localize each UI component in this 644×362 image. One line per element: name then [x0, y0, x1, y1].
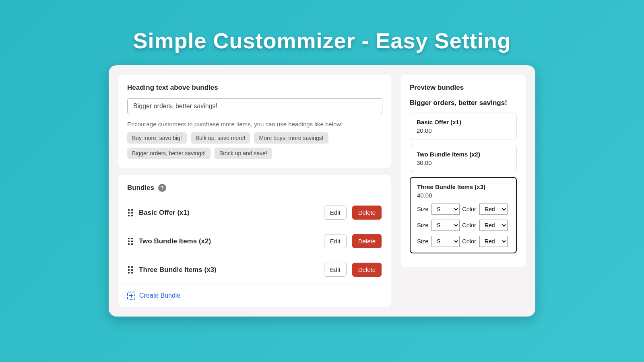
bundle-row: Three Bundle Items (x3) Edit Delete	[127, 255, 382, 284]
color-label: Color	[462, 206, 476, 212]
suggestion-chips: Buy more, save big! Bulk up, save more! …	[127, 132, 382, 159]
heading-card: Heading text above bundles Encourage cus…	[118, 75, 391, 168]
plus-dashed-icon	[127, 292, 135, 300]
preview-bundle[interactable]: Basic Offer (x1) 20.00	[410, 113, 517, 140]
size-label: Size	[417, 238, 428, 245]
preview-bundle-selected[interactable]: Three Bundle Items (x3) 40.00 Size S Col…	[410, 177, 517, 253]
delete-button[interactable]: Delete	[352, 263, 382, 277]
right-column: Preview bundles Bigger orders, better sa…	[401, 75, 526, 307]
size-select[interactable]: S	[431, 204, 460, 215]
preview-card: Preview bundles Bigger orders, better sa…	[401, 75, 526, 267]
preview-title: Preview bundles	[410, 84, 517, 92]
variant-row: Size S Color Red	[417, 204, 510, 215]
help-icon[interactable]: ?	[158, 184, 166, 192]
color-label: Color	[462, 238, 476, 245]
size-select[interactable]: S	[431, 236, 460, 247]
size-label: Size	[417, 206, 428, 212]
suggestion-chip[interactable]: More buys, more savings!	[254, 132, 328, 144]
variant-row: Size S Color Red	[417, 236, 510, 247]
size-label: Size	[417, 222, 428, 228]
create-bundle-link[interactable]: Create Bundle	[139, 292, 180, 299]
preview-bundle[interactable]: Two Bundle Items (x2) 30.00	[410, 145, 517, 172]
drag-handle-icon[interactable]	[128, 209, 133, 216]
bundle-row: Basic Offer (x1) Edit Delete	[127, 198, 382, 227]
bundles-section-title: Bundles ?	[127, 184, 382, 192]
edit-button[interactable]: Edit	[324, 263, 347, 277]
preview-bundle-name: Two Bundle Items (x2)	[417, 151, 510, 158]
drag-handle-icon[interactable]	[128, 238, 133, 245]
bundles-title-text: Bundles	[127, 184, 154, 192]
app-container: Heading text above bundles Encourage cus…	[109, 65, 535, 317]
variant-row: Size S Color Red	[417, 220, 510, 231]
bundle-name: Basic Offer (x1)	[139, 209, 318, 217]
preview-heading: Bigger orders, better savings!	[410, 99, 517, 107]
bundles-card: Bundles ? Basic Offer (x1) Edit Delete T…	[118, 175, 391, 307]
preview-bundle-price: 40.00	[417, 192, 510, 199]
preview-bundle-price: 30.00	[417, 159, 510, 166]
create-bundle-footer: Create Bundle	[118, 284, 391, 307]
hero-title: Simple Custommizer - Easy Setting	[0, 0, 644, 65]
size-select[interactable]: S	[431, 220, 460, 231]
preview-bundle-name: Three Bundle Items (x3)	[417, 183, 510, 190]
delete-button[interactable]: Delete	[352, 206, 382, 220]
left-column: Heading text above bundles Encourage cus…	[118, 75, 391, 307]
preview-bundle-price: 20.00	[417, 127, 510, 134]
color-select[interactable]: Red	[479, 220, 508, 231]
suggestion-chip[interactable]: Bigger orders, better savings!	[127, 148, 211, 159]
heading-input[interactable]	[127, 98, 382, 114]
bundle-name: Three Bundle Items (x3)	[139, 266, 318, 274]
suggestion-chip[interactable]: Stock up and save!	[215, 148, 272, 159]
heading-hint: Encourage customers to purchase more ite…	[127, 121, 382, 128]
color-label: Color	[462, 222, 476, 228]
bundle-name: Two Bundle Items (x2)	[139, 237, 318, 245]
edit-button[interactable]: Edit	[324, 206, 347, 220]
edit-button[interactable]: Edit	[324, 234, 347, 248]
suggestion-chip[interactable]: Bulk up, save more!	[191, 132, 250, 144]
drag-handle-icon[interactable]	[128, 266, 133, 274]
bundle-row: Two Bundle Items (x2) Edit Delete	[127, 227, 382, 255]
heading-section-title: Heading text above bundles	[127, 84, 382, 92]
color-select[interactable]: Red	[479, 236, 508, 247]
delete-button[interactable]: Delete	[352, 234, 382, 248]
color-select[interactable]: Red	[479, 204, 508, 215]
suggestion-chip[interactable]: Buy more, save big!	[127, 132, 187, 144]
preview-bundle-name: Basic Offer (x1)	[417, 119, 510, 125]
